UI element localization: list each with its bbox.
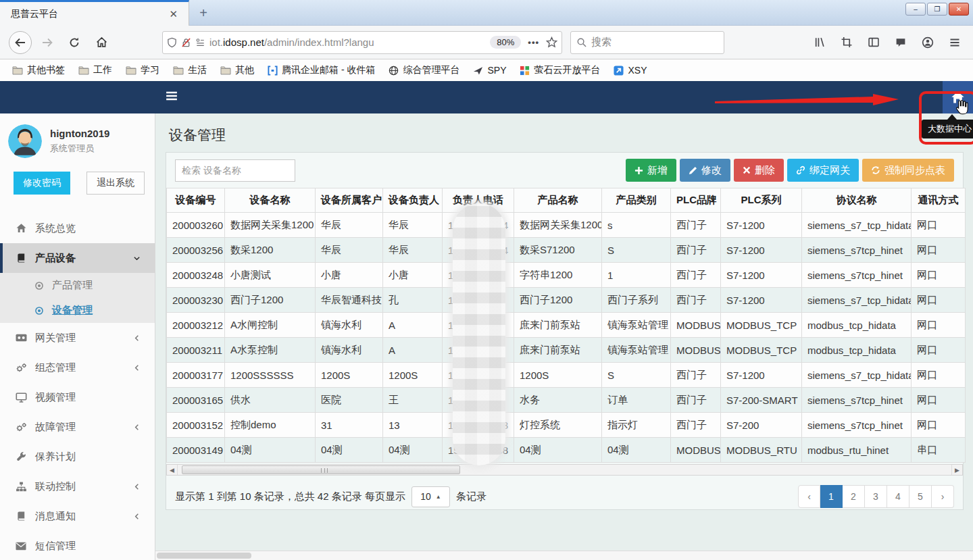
tab-close-icon[interactable]: ✕ — [165, 7, 182, 22]
table-row[interactable]: 200003152控制demo3113153灯控系统指示灯西门子S7-200si… — [167, 413, 966, 438]
table-row[interactable]: 2000031771200SSSSSS1200S1200S151200SS西门子… — [167, 363, 966, 388]
zoom-level-badge[interactable]: 80% — [490, 36, 521, 49]
sidebar-item-联动控制[interactable]: 联动控制 — [0, 472, 155, 501]
cell-protocol: siemens_s7_tcp_hidata — [802, 288, 912, 313]
device-search-input[interactable] — [175, 159, 295, 182]
table-row[interactable]: 200003260数据网关采集1200华辰华辰1804数据网关采集1200s西门… — [167, 213, 966, 238]
table-row[interactable]: 20000314904测04测04测153804测04测MODBUSMODBUS… — [167, 438, 966, 463]
sidebar-item-短信管理[interactable]: 短信管理 — [0, 531, 155, 560]
plane-icon — [473, 66, 483, 76]
maximize-button[interactable]: ❐ — [927, 3, 947, 16]
table-row[interactable]: 200003256数采1200华辰华辰184数采S71200S西门子S7-120… — [167, 238, 966, 263]
sidebar-toggle-icon[interactable] — [868, 36, 880, 48]
table-row[interactable]: 200003230西门子1200华辰智通科技孔15西门子1200西门子系列西门子… — [167, 288, 966, 313]
library-icon[interactable] — [814, 36, 826, 48]
column-header[interactable]: 设备名称 — [225, 188, 316, 213]
page-scrollbar-thumb[interactable] — [157, 553, 251, 559]
sidebar-item-产品设备[interactable]: 产品设备 — [0, 243, 155, 273]
account-icon[interactable] — [922, 36, 934, 49]
scrollbar-thumb[interactable] — [182, 465, 460, 474]
cell-comm-type: 网口 — [912, 363, 966, 388]
minimize-button[interactable]: – — [905, 3, 926, 16]
pager-prev[interactable]: ‹ — [798, 485, 820, 508]
home-button[interactable] — [90, 31, 113, 54]
sidebar-item-故障管理[interactable]: 故障管理 — [0, 412, 155, 442]
column-header[interactable]: 协议名称 — [802, 188, 912, 213]
sidebar-item-视频管理[interactable]: 视频管理 — [0, 382, 155, 412]
change-password-button[interactable]: 修改密码 — [14, 172, 70, 195]
table-row[interactable]: 200003248小唐测试小唐小唐13字符串12001西门子S7-1200sie… — [167, 263, 966, 288]
column-header[interactable]: PLC系列 — [721, 188, 802, 213]
column-header[interactable]: 设备所属客户 — [316, 188, 383, 213]
tracking-shield-icon[interactable] — [167, 37, 177, 48]
insecure-lock-icon[interactable] — [181, 37, 191, 48]
table-horizontal-scrollbar[interactable]: ◀ ▶ — [166, 464, 963, 476]
cell-protocol: siemens_s7tcp_hinet — [802, 388, 912, 413]
bookmark-item[interactable]: 综合管理平台 — [383, 62, 465, 78]
sidebar-collapse-icon[interactable] — [165, 90, 178, 102]
big-data-center-button[interactable] — [943, 81, 973, 113]
logout-button[interactable]: 退出系统 — [86, 172, 145, 195]
bookmark-item[interactable]: 腾讯企业邮箱 - 收件箱 — [262, 62, 380, 78]
bookmark-item[interactable]: 其他 — [215, 62, 259, 78]
bookmark-item[interactable]: 生活 — [168, 62, 212, 78]
avatar[interactable] — [8, 124, 42, 158]
修改-button[interactable]: 修改 — [680, 159, 730, 182]
column-header[interactable]: 产品名称 — [514, 188, 602, 213]
绑定网关-button[interactable]: 绑定网关 — [787, 159, 859, 182]
reload-button[interactable] — [63, 31, 86, 54]
pager-page-1[interactable]: 1 — [820, 485, 843, 508]
删除-button[interactable]: 删除 — [734, 159, 784, 182]
新增-button[interactable]: 新增 — [626, 159, 676, 182]
scroll-left-arrow-icon[interactable]: ◀ — [167, 465, 178, 475]
bookmark-item[interactable]: SPY — [468, 63, 512, 78]
cell-protocol: siemens_s7_tcp_hidata — [802, 213, 912, 238]
强制同步点表-button[interactable]: 强制同步点表 — [862, 159, 954, 182]
sidebar-item-设备管理[interactable]: 设备管理 — [0, 298, 155, 323]
browser-tab[interactable]: 思普云平台 ✕ — [0, 0, 189, 26]
cell-device-name: 数采1200 — [225, 238, 316, 263]
column-header[interactable]: 设备负责人 — [383, 188, 443, 213]
menu-hamburger-icon[interactable] — [949, 37, 961, 48]
url-text[interactable]: iot.idosp.net/admin/index.html?langu — [209, 36, 486, 48]
sidebar-item-组态管理[interactable]: 组态管理 — [0, 353, 155, 382]
screenshot-crop-icon[interactable] — [841, 36, 853, 48]
bookmark-item[interactable]: 学习 — [120, 62, 165, 78]
bookmark-item[interactable]: 工作 — [73, 62, 118, 78]
bookmark-item[interactable]: 萤石云开放平台 — [514, 62, 605, 78]
sidebar-item-消息通知[interactable]: 消息通知 — [0, 501, 155, 531]
pager-next[interactable]: › — [932, 485, 954, 508]
cell-owner: 1200S — [383, 363, 443, 388]
browser-search[interactable]: 搜索 — [570, 31, 724, 54]
forward-button[interactable] — [36, 31, 59, 54]
table-row[interactable]: 200003165供水医院王18水务订单西门子S7-200-SMARTsieme… — [167, 388, 966, 413]
scroll-right-arrow-icon[interactable]: ▶ — [951, 465, 962, 475]
page-size-select[interactable]: 10 ▲ — [411, 486, 450, 507]
bookmark-item[interactable]: 其他书签 — [7, 62, 70, 78]
pager-page-4[interactable]: 4 — [887, 485, 909, 508]
sidebar-item-产品管理[interactable]: 产品管理 — [0, 273, 155, 298]
bookmark-item[interactable]: XSY — [608, 63, 652, 78]
page-actions-icon[interactable]: ••• — [525, 37, 542, 47]
close-button[interactable]: ✕ — [949, 3, 969, 16]
back-button[interactable] — [9, 31, 32, 54]
table-row[interactable]: 200003211A水泵控制镇海水利A13庶来门前泵站镇海泵站管理MODBUSM… — [167, 338, 966, 363]
sidebar-item-网关管理[interactable]: 网关管理 — [0, 323, 155, 353]
column-header[interactable]: 产品类别 — [602, 188, 671, 213]
column-header[interactable]: 设备编号 — [167, 188, 225, 213]
pager-page-2[interactable]: 2 — [843, 485, 865, 508]
messages-bubble-icon[interactable] — [895, 36, 907, 48]
sidebar-item-保养计划[interactable]: 保养计划 — [0, 442, 155, 472]
bookmark-star-icon[interactable] — [546, 36, 557, 48]
column-header[interactable]: 通讯方式 — [912, 188, 966, 213]
column-header[interactable]: PLC品牌 — [671, 188, 721, 213]
bookmark-label: 萤石云开放平台 — [534, 64, 600, 76]
folder-icon — [173, 66, 184, 75]
pager-page-3[interactable]: 3 — [865, 485, 887, 508]
table-row[interactable]: 200003212A水闸控制镇海水利A13庶来门前泵站镇海泵站管理MODBUSM… — [167, 313, 966, 338]
new-tab-button[interactable]: + — [195, 5, 212, 21]
url-bar[interactable]: iot.idosp.net/admin/index.html?langu 80%… — [162, 31, 562, 54]
pager-page-5[interactable]: 5 — [909, 485, 932, 508]
sidebar-item-系统总览[interactable]: 系统总览 — [0, 213, 155, 243]
site-permissions-icon[interactable] — [195, 38, 205, 47]
